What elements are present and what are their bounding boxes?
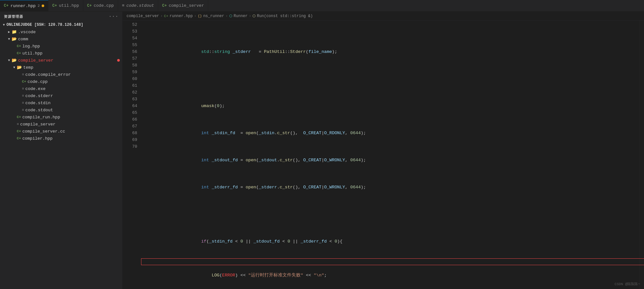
ln-66: 66 bbox=[123, 116, 137, 123]
sidebar-item-code-stdin[interactable]: ▶ ≡ code.stdin bbox=[0, 99, 122, 106]
tab-txt-icon: ≡ bbox=[122, 3, 125, 8]
sidebar-item-temp[interactable]: ▼ 📂 temp bbox=[0, 64, 122, 71]
sidebar-item-comm[interactable]: ▼ 📂 comm bbox=[0, 35, 122, 43]
sidebar-header: 资源管理器 ··· bbox=[0, 12, 122, 21]
compile-server-dot bbox=[117, 59, 120, 62]
sidebar-item-compile-server-folder[interactable]: ▼ 📂 compile_server bbox=[0, 57, 122, 64]
cpp-icon-code: C+ bbox=[22, 80, 26, 84]
breadcrumb-runner-hpp[interactable]: runner.hpp bbox=[169, 14, 193, 18]
sidebar-item-log-hpp[interactable]: ▶ C+ log.hpp bbox=[0, 43, 122, 50]
sidebar-item-compile-server-file[interactable]: ▶ ≡ compile_server bbox=[0, 121, 122, 128]
sidebar-item-code-stderr[interactable]: ▶ ≡ code.stderr bbox=[0, 92, 122, 99]
compile-run-hpp-label: compile_run.hpp bbox=[22, 115, 60, 120]
ln-58: 58 bbox=[123, 62, 137, 69]
txt-icon-1: ≡ bbox=[22, 73, 24, 76]
ln-62: 62 bbox=[123, 89, 137, 96]
cpp-icon-util: C+ bbox=[17, 51, 21, 55]
watermark: CSDN @陈陈陈~ bbox=[615, 282, 640, 286]
folder-open-icon-3: 📂 bbox=[17, 65, 22, 70]
root-arrow: ▼ bbox=[1, 23, 6, 27]
ln-56: 56 bbox=[123, 48, 137, 55]
tab-bar: C+ runner.hpp 2 C+ util.hpp C+ code.cpp … bbox=[0, 0, 644, 12]
code-content[interactable]: std::string _stderr = PathUtil::Stderr(f… bbox=[140, 21, 639, 289]
tab-code-cpp[interactable]: C+ code.cpp bbox=[83, 0, 118, 12]
log-hpp-label: log.hpp bbox=[22, 44, 40, 49]
breadcrumb-cpp-icon: C+ bbox=[164, 14, 168, 18]
tab-runner-hpp-label: runner.hpp bbox=[10, 4, 36, 8]
breadcrumb-compile-server[interactable]: compile_server bbox=[127, 14, 159, 18]
compile-server-folder-label: compile_server bbox=[18, 58, 53, 63]
sidebar-item-compile-run-hpp[interactable]: ▶ C+ compile_run.hpp bbox=[0, 114, 122, 121]
ln-65: 65 bbox=[123, 109, 137, 116]
tab-cpp-icon-2: C+ bbox=[52, 4, 57, 8]
code-compile-error-label: code.compile_error bbox=[26, 72, 71, 77]
sidebar-more-button[interactable]: ··· bbox=[108, 14, 118, 19]
code-line-60: LOG(ERROR) << "运行时打开标准文件失败" << "\n"; bbox=[144, 258, 639, 265]
folder-icon: 📁 bbox=[12, 29, 17, 35]
tab-code-stdout-label: code.stdout bbox=[127, 3, 154, 8]
ln-53: 53 bbox=[123, 28, 137, 35]
ln-70: 70 bbox=[123, 143, 137, 150]
main-layout: 资源管理器 ··· ▼ ONLINEJUDGE [SSH: 120.78.126… bbox=[0, 12, 644, 289]
vscode-label: .vscode bbox=[18, 30, 36, 35]
sidebar-item-code-cpp[interactable]: ▶ C+ code.cpp bbox=[0, 78, 122, 85]
code-line-53 bbox=[144, 69, 639, 75]
ln-54: 54 bbox=[123, 35, 137, 42]
compile-server-file-label: compile_server bbox=[20, 122, 56, 127]
breadcrumb: compile_server › C+ runner.hpp › {} ns_r… bbox=[123, 12, 644, 21]
cpp-icon-compile-server-cc: C+ bbox=[17, 129, 21, 133]
tab-number: 2 bbox=[37, 4, 40, 8]
vscode-arrow: ▶ bbox=[6, 30, 12, 34]
tab-code-stdout[interactable]: ≡ code.stdout bbox=[118, 0, 158, 12]
ln-52: 52 bbox=[123, 21, 137, 28]
code-line-58 bbox=[144, 204, 639, 211]
sidebar-item-code-stdout[interactable]: ▶ ≡ code.stdout bbox=[0, 106, 122, 114]
sidebar-item-compile-server-cc[interactable]: ▶ C+ compile_server.cc bbox=[0, 128, 122, 135]
compile-server-cc-label: compile_server.cc bbox=[22, 129, 65, 134]
ln-64: 64 bbox=[123, 103, 137, 109]
sidebar-item-code-exe[interactable]: ▶ ≡ code.exe bbox=[0, 85, 122, 92]
tab-compile-server-label: compile_server bbox=[169, 3, 204, 8]
code-line-57: int _stderr_fd = open(_stderr.c_str(), O… bbox=[144, 177, 639, 184]
breadcrumb-run-func[interactable]: Run(const std::string &) bbox=[257, 14, 313, 18]
temp-label: temp bbox=[23, 65, 33, 70]
sidebar-item-code-compile-error[interactable]: ▶ ≡ code.compile_error bbox=[0, 71, 122, 78]
sidebar-item-vscode[interactable]: ▶ 📁 .vscode bbox=[0, 28, 122, 35]
ln-68: 68 bbox=[123, 130, 137, 136]
root-label: ONLINEJUDGE [SSH: 120.78.126.148] bbox=[6, 23, 83, 27]
comm-arrow: ▼ bbox=[6, 37, 12, 41]
code-stdin-label: code.stdin bbox=[26, 101, 51, 105]
code-line-52: std::string _stderr = PathUtil::Stderr(f… bbox=[144, 42, 639, 48]
folder-open-icon-2: 📂 bbox=[12, 58, 17, 63]
code-line-61: return -1; //代表打开文件失败 bbox=[144, 285, 639, 289]
tab-cpp-icon: C+ bbox=[4, 4, 8, 8]
tab-code-cpp-label: code.cpp bbox=[94, 3, 114, 8]
txt-icon-2: ≡ bbox=[22, 87, 24, 91]
code-cpp-label: code.cpp bbox=[27, 79, 47, 84]
tab-util-hpp[interactable]: C+ util.hpp bbox=[48, 0, 83, 12]
compile-server-arrow: ▼ bbox=[6, 59, 12, 62]
txt-icon-5: ≡ bbox=[22, 108, 24, 112]
ln-63: 63 bbox=[123, 96, 137, 103]
tab-runner-hpp[interactable]: C+ runner.hpp 2 bbox=[0, 0, 48, 12]
code-line-54: umask(0); bbox=[144, 96, 639, 103]
ln-55: 55 bbox=[123, 42, 137, 48]
tab-compile-server[interactable]: C+ compile_server bbox=[158, 0, 208, 12]
breadcrumb-runner[interactable]: Runner bbox=[234, 14, 248, 18]
util-hpp-label: util.hpp bbox=[22, 51, 42, 56]
breadcrumb-class-icon: ⬡ bbox=[229, 14, 232, 18]
sidebar-item-compiler-hpp[interactable]: ▶ C+ compiler.hpp bbox=[0, 135, 122, 142]
code-line-59: if(_stdin_fd < 0 || _stdout_fd < 0 || _s… bbox=[144, 231, 639, 238]
ln-60: 60 bbox=[123, 75, 137, 82]
temp-arrow: ▼ bbox=[12, 66, 17, 69]
ln-57: 57 bbox=[123, 55, 137, 62]
breadcrumb-func-icon: ⬡ bbox=[252, 14, 256, 18]
sidebar-item-util-hpp[interactable]: ▶ C+ util.hpp bbox=[0, 50, 122, 57]
code-line-55: int _stdin_fd = open(_stdin.c_str(), O_C… bbox=[144, 123, 639, 130]
content-area: compile_server › C+ runner.hpp › {} ns_r… bbox=[123, 12, 644, 289]
code-stderr-label: code.stderr bbox=[26, 94, 53, 98]
sidebar-root[interactable]: ▼ ONLINEJUDGE [SSH: 120.78.126.148] bbox=[0, 21, 122, 28]
cpp-icon-log: C+ bbox=[17, 44, 21, 48]
code-editor[interactable]: 52 53 54 55 56 57 58 59 60 61 62 63 64 6… bbox=[123, 21, 644, 289]
breadcrumb-ns-runner[interactable]: ns_runner bbox=[203, 14, 224, 18]
